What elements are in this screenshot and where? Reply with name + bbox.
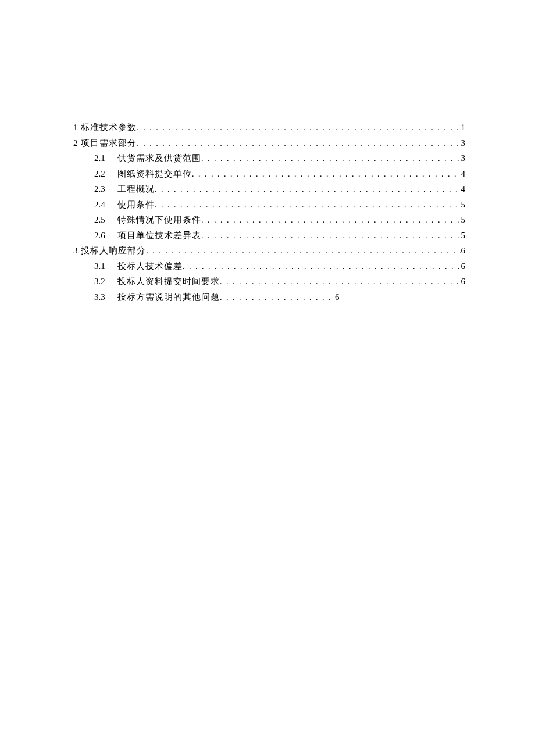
toc-leader-dots	[155, 181, 461, 197]
toc-leader-dots	[201, 151, 461, 166]
toc-entry-page: 4	[461, 181, 466, 196]
toc-entry-number: 2.4	[94, 197, 117, 212]
toc-entry: 3 投标人响应部分6	[73, 243, 465, 259]
toc-leader-dots	[220, 274, 461, 289]
toc-entry: 2.1供货需求及供货范围3	[73, 151, 465, 166]
toc-entry-page: 1	[461, 120, 466, 135]
toc-entry: 3.1投标人技术偏差6	[73, 259, 465, 274]
toc-entry-title: 投标方需说明的其他问题	[117, 289, 220, 304]
toc-entry: 1 标准技术参数1	[73, 120, 465, 135]
toc-entry-page: 6	[461, 274, 466, 289]
toc-entry-number: 2.2	[94, 166, 117, 181]
toc-entry-title: 2 项目需求部分	[73, 135, 137, 151]
toc-entry-title: 使用条件	[117, 197, 155, 212]
toc-entry: 3.2投标人资料提交时间要求6	[73, 274, 465, 289]
toc-entry-number: 2.1	[94, 151, 117, 166]
toc-entry: 2.3工程概况4	[73, 181, 465, 197]
toc-entry-title: 投标人资料提交时间要求	[117, 274, 220, 289]
toc-container: 1 标准技术参数12 项目需求部分32.1供货需求及供货范围32.2图纸资料提交…	[0, 0, 535, 304]
toc-entry-page: 5	[461, 228, 466, 243]
toc-entry-number: 3.1	[94, 259, 117, 274]
toc-entry-page: 3	[461, 151, 466, 166]
toc-entry-number: 2.3	[94, 181, 117, 196]
toc-entry-title: 供货需求及供货范围	[117, 151, 201, 166]
toc-entry-title: 1 标准技术参数	[73, 120, 137, 135]
toc-entry-number: 2.6	[94, 228, 117, 243]
toc-leader-dots	[201, 212, 461, 228]
toc-entry-page: 5	[461, 212, 466, 227]
toc-entry-title: 工程概况	[117, 181, 155, 196]
toc-entry: 3.3投标方需说明的其他问题6	[73, 289, 465, 305]
toc-leader-dots	[183, 259, 461, 274]
toc-leader-dots	[220, 289, 335, 305]
toc-entry-title: 投标人技术偏差	[117, 259, 183, 274]
toc-list: 1 标准技术参数12 项目需求部分32.1供货需求及供货范围32.2图纸资料提交…	[73, 120, 465, 304]
toc-entry-page: 6	[461, 243, 466, 258]
toc-entry-page: 6	[335, 289, 340, 304]
toc-entry-number: 3.3	[94, 289, 117, 304]
toc-leader-dots	[201, 228, 461, 243]
toc-entry-title: 图纸资料提交单位	[117, 166, 192, 181]
toc-entry-title: 3 投标人响应部分	[73, 243, 146, 258]
toc-entry: 2 项目需求部分3	[73, 135, 465, 151]
toc-leader-dots	[137, 135, 461, 151]
toc-leader-dots	[192, 166, 461, 182]
toc-entry: 2.4使用条件5	[73, 197, 465, 213]
toc-entry-page: 3	[461, 135, 466, 151]
toc-entry-number: 3.2	[94, 274, 117, 289]
toc-entry: 2.6项目单位技术差异表5	[73, 228, 465, 243]
toc-leader-dots	[155, 197, 461, 213]
toc-entry-number: 2.5	[94, 212, 117, 227]
toc-entry-title: 项目单位技术差异表	[117, 228, 201, 243]
toc-leader-dots	[137, 120, 461, 135]
toc-leader-dots	[146, 243, 461, 259]
toc-entry-title: 特殊情况下使用条件	[117, 212, 201, 227]
toc-entry: 2.2图纸资料提交单位4	[73, 166, 465, 182]
toc-entry-page: 6	[461, 259, 466, 274]
toc-entry-page: 4	[461, 166, 466, 181]
toc-entry: 2.5特殊情况下使用条件5	[73, 212, 465, 228]
toc-entry-page: 5	[461, 197, 466, 212]
